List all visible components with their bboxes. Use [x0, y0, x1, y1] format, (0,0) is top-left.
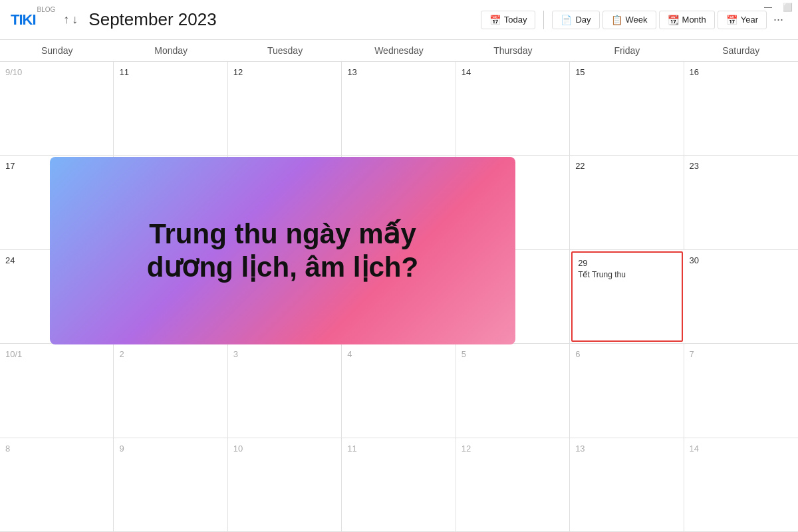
- more-button[interactable]: ···: [769, 10, 787, 29]
- minimize-button[interactable]: —: [764, 3, 772, 12]
- day-header-thursday: Thursday: [456, 40, 570, 61]
- today-button[interactable]: 📅 Today: [481, 11, 536, 29]
- day-number: 17: [5, 161, 15, 171]
- day-number: 12: [233, 67, 243, 77]
- year-button[interactable]: 📅 Year: [718, 11, 767, 29]
- day-cell[interactable]: 8: [0, 438, 114, 531]
- day-number: 30: [690, 255, 699, 265]
- day-cell[interactable]: 2: [114, 344, 227, 437]
- toolbar: 📅 Today 📄 Day 📋 Week 📆 Month 📅 Year ···: [481, 10, 787, 29]
- day-number: 14: [690, 444, 699, 454]
- day-number: 11: [119, 67, 128, 77]
- toolbar-divider: [543, 11, 544, 29]
- day-cell[interactable]: 12: [456, 438, 570, 531]
- day-number: 9/10: [5, 67, 22, 77]
- header-left: TIKI BLOG ↑ ↓ September 2023: [11, 9, 217, 30]
- logo-blog: BLOG: [37, 6, 56, 13]
- day-number: 14: [462, 67, 471, 77]
- day-header-saturday: Saturday: [684, 40, 798, 61]
- day-header-friday: Friday: [570, 40, 684, 61]
- maximize-button[interactable]: ⬜: [783, 3, 793, 12]
- day-cell[interactable]: 30: [684, 250, 798, 343]
- day-cell[interactable]: 13: [570, 438, 684, 531]
- nav-arrows: ↑ ↓: [63, 13, 78, 27]
- blog-line2: dương lịch, âm lịch?: [147, 251, 418, 284]
- day-cell[interactable]: 10/1: [0, 344, 114, 437]
- day-number: 13: [575, 444, 585, 454]
- calendar-title: September 2023: [88, 9, 216, 30]
- day-number: 9: [119, 444, 124, 454]
- day-number: 10: [233, 444, 243, 454]
- day-number: 24: [5, 255, 15, 265]
- day-cell[interactable]: 10: [228, 438, 342, 531]
- day-number: 7: [690, 349, 694, 359]
- day-number: 5: [462, 349, 466, 359]
- day-cell[interactable]: 11: [114, 62, 227, 155]
- day-number: 3: [233, 349, 238, 359]
- day-number: 6: [575, 349, 580, 359]
- week-button[interactable]: 📋 Week: [602, 11, 656, 29]
- week-row-5: 891011121314: [0, 438, 798, 532]
- day-cell[interactable]: 16: [684, 62, 798, 155]
- day-number: 13: [347, 67, 356, 77]
- day-cell[interactable]: 14: [684, 438, 798, 531]
- week-row-4: 10/1234567: [0, 344, 798, 438]
- day-number: 2: [119, 349, 124, 359]
- month-button[interactable]: 📆 Month: [659, 11, 715, 29]
- day-button[interactable]: 📄 Day: [552, 11, 599, 29]
- day-header-sunday: Sunday: [0, 40, 114, 61]
- next-arrow[interactable]: ↓: [72, 13, 78, 27]
- day-number: 29: [578, 258, 587, 268]
- day-number: 4: [347, 349, 352, 359]
- day-header-monday: Monday: [114, 40, 227, 61]
- day-cell[interactable]: 3: [228, 344, 342, 437]
- day-cell[interactable]: 7: [684, 344, 798, 437]
- day-header-wednesday: Wednesday: [342, 40, 456, 61]
- logo-tiki: TIKI: [11, 11, 36, 29]
- day-cell[interactable]: 14: [456, 62, 570, 155]
- blog-line1: Trung thu ngày mấy: [147, 217, 418, 251]
- day-number: 8: [5, 444, 10, 454]
- day-number: 10/1: [5, 349, 22, 359]
- blog-text: Trung thu ngày mấy dương lịch, âm lịch?: [131, 207, 434, 295]
- calendar-header: TIKI BLOG ↑ ↓ September 2023 📅 Today 📄 D…: [0, 0, 798, 40]
- prev-arrow[interactable]: ↑: [63, 13, 69, 27]
- day-number: 15: [575, 67, 585, 77]
- day-number: 11: [347, 444, 356, 454]
- day-headers: SundayMondayTuesdayWednesdayThursdayFrid…: [0, 40, 798, 62]
- day-cell[interactable]: 13: [342, 62, 456, 155]
- day-number: 16: [690, 67, 699, 77]
- blog-overlay: Trung thu ngày mấy dương lịch, âm lịch?: [50, 157, 515, 344]
- day-cell[interactable]: 6: [570, 344, 684, 437]
- event-label: Tết Trung thu: [578, 270, 676, 279]
- day-cell[interactable]: 4: [342, 344, 456, 437]
- day-cell[interactable]: 15: [570, 62, 684, 155]
- day-number: 23: [690, 161, 699, 171]
- day-cell[interactable]: 5: [456, 344, 570, 437]
- day-cell[interactable]: 22: [570, 156, 684, 249]
- day-header-tuesday: Tuesday: [228, 40, 342, 61]
- day-number: 22: [575, 161, 585, 171]
- day-cell[interactable]: 9/10: [0, 62, 114, 155]
- day-cell[interactable]: 12: [228, 62, 342, 155]
- day-icon: 📄: [561, 15, 572, 25]
- year-icon: 📅: [726, 15, 737, 25]
- week-icon: 📋: [611, 15, 622, 25]
- day-number: 12: [462, 444, 471, 454]
- month-icon: 📆: [668, 15, 679, 25]
- day-cell[interactable]: 11: [342, 438, 456, 531]
- window-controls[interactable]: — ⬜: [764, 3, 793, 12]
- day-cell[interactable]: 9: [114, 438, 227, 531]
- day-cell[interactable]: 23: [684, 156, 798, 249]
- week-row-1: 9/10111213141516: [0, 62, 798, 156]
- today-icon: 📅: [489, 15, 501, 25]
- day-cell[interactable]: 29Tết Trung thu: [571, 251, 682, 342]
- logo: TIKI BLOG: [11, 11, 55, 29]
